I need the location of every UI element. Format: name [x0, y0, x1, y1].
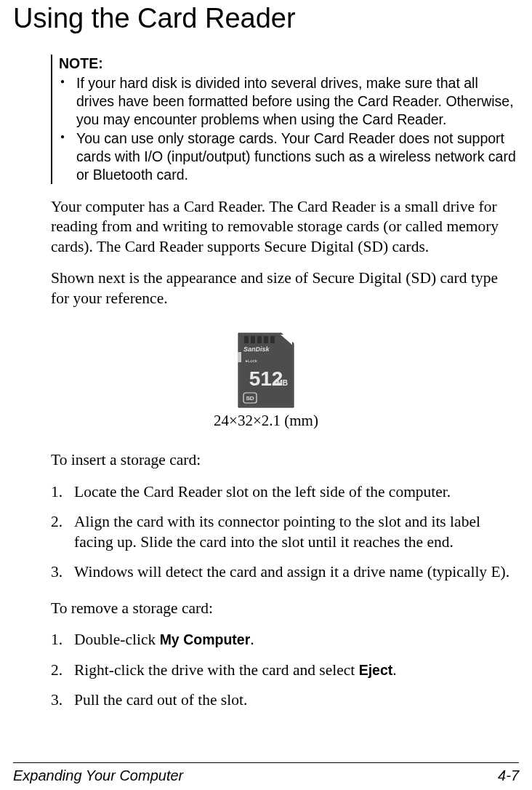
svg-rect-6	[238, 352, 241, 362]
sd-lock-label: ▸Lock	[246, 359, 258, 363]
sd-brand-text: SanDisk	[243, 346, 270, 353]
insert-steps-list: 1.Locate the Card Reader slot on the lef…	[51, 482, 513, 583]
page-footer: Expanding Your Computer 4-7	[13, 762, 519, 784]
list-item: 3.Windows will detect the card and assig…	[51, 562, 513, 583]
note-item: If your hard disk is divided into severa…	[59, 74, 517, 129]
step-text: Locate the Card Reader slot on the left …	[74, 483, 451, 500]
svg-rect-3	[257, 336, 262, 343]
svg-rect-2	[251, 336, 255, 343]
sd-card-icon: SanDisk ▸Lock 512 MB SD	[235, 330, 297, 410]
note-item: You can use only storage cards. Your Car…	[59, 129, 517, 184]
footer-page-number: 4-7	[498, 767, 519, 784]
step-text: Align the card with its connector pointi…	[74, 513, 480, 551]
step-text: Double-click My Computer.	[74, 631, 254, 648]
footer-section-title: Expanding Your Computer	[13, 767, 183, 784]
page-heading: Using the Card Reader	[13, 0, 519, 34]
list-item: 3.Pull the card out of the slot.	[51, 690, 513, 711]
list-item: 1.Locate the Card Reader slot on the lef…	[51, 482, 513, 503]
list-item: 1.Double-click My Computer.	[51, 630, 513, 650]
list-item: 2.Align the card with its connector poin…	[51, 512, 513, 552]
list-item: 2.Right-click the drive with the card an…	[51, 661, 513, 681]
sd-capacity-unit: MB	[276, 379, 288, 387]
note-label: NOTE:	[59, 55, 517, 73]
svg-rect-1	[244, 336, 249, 343]
sd-logo-text: SD	[246, 395, 254, 402]
sd-dimensions-caption: 24×32×2.1 (mm)	[13, 412, 519, 430]
note-block: NOTE: If your hard disk is divided into …	[51, 55, 517, 184]
remove-steps-list: 1.Double-click My Computer. 2.Right-clic…	[51, 630, 513, 711]
step-text: Right-click the drive with the card and …	[74, 661, 397, 679]
note-list: If your hard disk is divided into severa…	[59, 74, 517, 184]
ui-label-my-computer: My Computer	[160, 631, 251, 647]
sd-card-figure: SanDisk ▸Lock 512 MB SD 24×32×2.1 (mm)	[13, 330, 519, 430]
step-text: Pull the card out of the slot.	[74, 691, 247, 709]
remove-lead: To remove a storage card:	[51, 599, 513, 619]
ui-label-eject: Eject	[359, 662, 393, 678]
svg-rect-5	[270, 336, 275, 343]
step-text: Windows will detect the card and assign …	[74, 563, 509, 580]
intro-paragraph-2: Shown next is the appearance and size of…	[51, 268, 513, 308]
svg-rect-4	[264, 336, 268, 343]
insert-lead: To insert a storage card:	[51, 450, 513, 471]
intro-paragraph-1: Your computer has a Card Reader. The Car…	[51, 197, 513, 258]
